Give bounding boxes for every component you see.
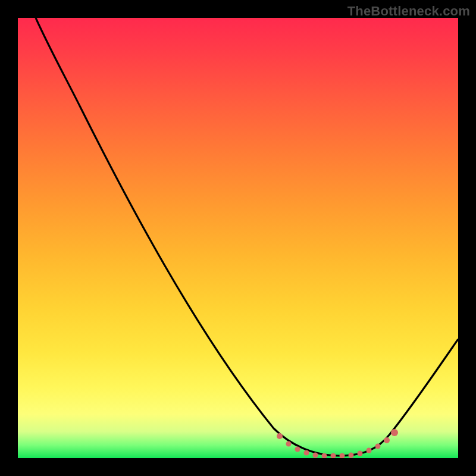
- svg-point-2: [295, 447, 300, 452]
- svg-point-7: [340, 453, 345, 459]
- svg-point-8: [349, 453, 354, 458]
- svg-point-13: [391, 429, 398, 436]
- bottleneck-curve: [18, 18, 458, 458]
- svg-point-1: [286, 441, 292, 447]
- svg-point-9: [358, 451, 363, 456]
- svg-point-0: [277, 433, 283, 439]
- svg-point-3: [304, 450, 309, 456]
- watermark-text: TheBottleneck.com: [347, 4, 470, 19]
- svg-point-6: [331, 453, 336, 459]
- curve-path: [36, 18, 458, 456]
- svg-point-4: [313, 453, 318, 458]
- svg-point-12: [384, 437, 390, 443]
- chart-container: TheBottleneck.com: [0, 0, 476, 476]
- svg-point-11: [375, 444, 381, 449]
- svg-point-10: [367, 448, 372, 453]
- plot-area: [18, 18, 458, 458]
